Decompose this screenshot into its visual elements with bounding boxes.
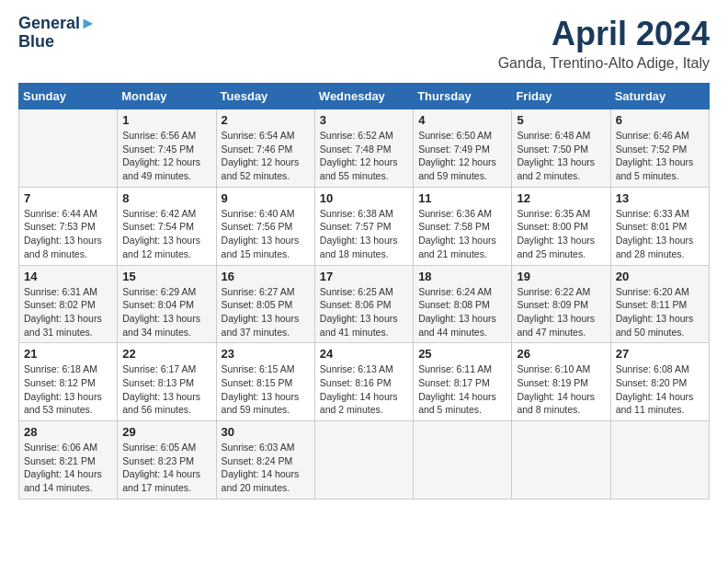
day-info: Sunrise: 6:54 AM Sunset: 7:46 PM Dayligh… bbox=[222, 129, 310, 183]
calendar-day-cell bbox=[314, 421, 413, 500]
day-number: 20 bbox=[616, 270, 704, 283]
calendar-day-cell: 10Sunrise: 6:38 AM Sunset: 7:57 PM Dayli… bbox=[314, 187, 413, 265]
day-number: 11 bbox=[418, 191, 506, 205]
calendar-day-cell: 6Sunrise: 6:46 AM Sunset: 7:52 PM Daylig… bbox=[610, 109, 709, 188]
calendar-day-cell: 2Sunrise: 6:54 AM Sunset: 7:46 PM Daylig… bbox=[216, 109, 314, 188]
calendar-body: 1Sunrise: 6:56 AM Sunset: 7:45 PM Daylig… bbox=[19, 109, 710, 500]
calendar-week-row: 7Sunrise: 6:44 AM Sunset: 7:53 PM Daylig… bbox=[19, 187, 710, 265]
day-number: 26 bbox=[517, 347, 605, 361]
calendar-day-cell: 22Sunrise: 6:17 AM Sunset: 8:13 PM Dayli… bbox=[118, 343, 216, 421]
day-number: 29 bbox=[122, 425, 210, 439]
day-number: 13 bbox=[616, 191, 704, 205]
day-number: 17 bbox=[320, 270, 408, 283]
day-number: 30 bbox=[222, 425, 310, 439]
day-info: Sunrise: 6:36 AM Sunset: 7:58 PM Dayligh… bbox=[418, 207, 506, 261]
day-info: Sunrise: 6:24 AM Sunset: 8:08 PM Dayligh… bbox=[418, 285, 506, 339]
page-header: General►Blue April 2024 Ganda, Trentino-… bbox=[18, 15, 710, 72]
day-number: 19 bbox=[517, 270, 605, 283]
day-number: 28 bbox=[24, 425, 112, 439]
day-info: Sunrise: 6:13 AM Sunset: 8:16 PM Dayligh… bbox=[320, 362, 408, 417]
day-number: 4 bbox=[418, 113, 506, 127]
day-number: 15 bbox=[122, 270, 210, 283]
calendar-day-cell bbox=[414, 421, 512, 500]
day-number: 8 bbox=[122, 191, 210, 205]
calendar-day-cell: 24Sunrise: 6:13 AM Sunset: 8:16 PM Dayli… bbox=[314, 343, 413, 421]
calendar-day-cell: 16Sunrise: 6:27 AM Sunset: 8:05 PM Dayli… bbox=[216, 265, 314, 343]
calendar-day-cell: 27Sunrise: 6:08 AM Sunset: 8:20 PM Dayli… bbox=[610, 343, 709, 421]
day-number: 18 bbox=[418, 270, 506, 283]
calendar-day-cell: 3Sunrise: 6:52 AM Sunset: 7:48 PM Daylig… bbox=[314, 109, 413, 188]
weekday-header-cell: Thursday bbox=[414, 84, 512, 109]
day-number: 9 bbox=[222, 191, 310, 205]
day-info: Sunrise: 6:15 AM Sunset: 8:15 PM Dayligh… bbox=[222, 362, 310, 417]
day-info: Sunrise: 6:33 AM Sunset: 8:01 PM Dayligh… bbox=[616, 207, 704, 261]
calendar-day-cell bbox=[610, 421, 709, 500]
calendar-day-cell: 9Sunrise: 6:40 AM Sunset: 7:56 PM Daylig… bbox=[216, 187, 314, 265]
calendar-day-cell bbox=[19, 109, 118, 188]
day-info: Sunrise: 6:10 AM Sunset: 8:19 PM Dayligh… bbox=[517, 362, 605, 417]
calendar-day-cell: 28Sunrise: 6:06 AM Sunset: 8:21 PM Dayli… bbox=[19, 421, 118, 500]
day-info: Sunrise: 6:38 AM Sunset: 7:57 PM Dayligh… bbox=[320, 207, 408, 261]
day-number: 27 bbox=[616, 347, 704, 361]
calendar-day-cell: 8Sunrise: 6:42 AM Sunset: 7:54 PM Daylig… bbox=[118, 187, 216, 265]
day-info: Sunrise: 6:08 AM Sunset: 8:20 PM Dayligh… bbox=[616, 362, 704, 417]
calendar-day-cell: 7Sunrise: 6:44 AM Sunset: 7:53 PM Daylig… bbox=[19, 187, 118, 265]
day-info: Sunrise: 6:06 AM Sunset: 8:21 PM Dayligh… bbox=[24, 441, 112, 495]
day-info: Sunrise: 6:27 AM Sunset: 8:05 PM Dayligh… bbox=[222, 285, 310, 339]
calendar-day-cell: 17Sunrise: 6:25 AM Sunset: 8:06 PM Dayli… bbox=[314, 265, 413, 343]
day-info: Sunrise: 6:46 AM Sunset: 7:52 PM Dayligh… bbox=[616, 129, 704, 183]
calendar-day-cell: 23Sunrise: 6:15 AM Sunset: 8:15 PM Dayli… bbox=[216, 343, 314, 421]
calendar-day-cell: 18Sunrise: 6:24 AM Sunset: 8:08 PM Dayli… bbox=[414, 265, 512, 343]
day-info: Sunrise: 6:20 AM Sunset: 8:11 PM Dayligh… bbox=[616, 285, 704, 339]
weekday-header-cell: Sunday bbox=[19, 84, 118, 109]
day-number: 16 bbox=[222, 270, 310, 283]
day-info: Sunrise: 6:44 AM Sunset: 7:53 PM Dayligh… bbox=[24, 207, 112, 261]
day-number: 6 bbox=[616, 113, 704, 127]
day-number: 25 bbox=[418, 347, 506, 361]
day-info: Sunrise: 6:52 AM Sunset: 7:48 PM Dayligh… bbox=[320, 129, 408, 183]
title-block: April 2024 Ganda, Trentino-Alto Adige, I… bbox=[498, 15, 710, 72]
weekday-header-cell: Wednesday bbox=[314, 84, 413, 109]
calendar-day-cell: 1Sunrise: 6:56 AM Sunset: 7:45 PM Daylig… bbox=[118, 109, 216, 188]
logo-text: General►Blue bbox=[18, 15, 97, 52]
day-info: Sunrise: 6:42 AM Sunset: 7:54 PM Dayligh… bbox=[122, 207, 210, 261]
calendar-day-cell: 25Sunrise: 6:11 AM Sunset: 8:17 PM Dayli… bbox=[414, 343, 512, 421]
calendar-week-row: 28Sunrise: 6:06 AM Sunset: 8:21 PM Dayli… bbox=[19, 421, 710, 500]
logo: General►Blue bbox=[18, 15, 97, 52]
day-info: Sunrise: 6:03 AM Sunset: 8:24 PM Dayligh… bbox=[222, 441, 310, 495]
day-number: 1 bbox=[122, 113, 210, 127]
day-number: 14 bbox=[24, 270, 112, 283]
weekday-header-cell: Tuesday bbox=[216, 84, 314, 109]
calendar-week-row: 21Sunrise: 6:18 AM Sunset: 8:12 PM Dayli… bbox=[19, 343, 710, 421]
day-number: 12 bbox=[517, 191, 605, 205]
day-number: 22 bbox=[122, 347, 210, 361]
location-title: Ganda, Trentino-Alto Adige, Italy bbox=[498, 55, 710, 72]
day-info: Sunrise: 6:05 AM Sunset: 8:23 PM Dayligh… bbox=[122, 441, 210, 495]
day-number: 5 bbox=[517, 113, 605, 127]
weekday-header-cell: Saturday bbox=[610, 84, 709, 109]
calendar-day-cell: 19Sunrise: 6:22 AM Sunset: 8:09 PM Dayli… bbox=[512, 265, 610, 343]
calendar-day-cell: 13Sunrise: 6:33 AM Sunset: 8:01 PM Dayli… bbox=[610, 187, 709, 265]
calendar-table: SundayMondayTuesdayWednesdayThursdayFrid… bbox=[18, 83, 710, 500]
day-number: 3 bbox=[320, 113, 408, 127]
weekday-header-row: SundayMondayTuesdayWednesdayThursdayFrid… bbox=[19, 84, 710, 109]
calendar-day-cell bbox=[512, 421, 610, 500]
day-info: Sunrise: 6:50 AM Sunset: 7:49 PM Dayligh… bbox=[418, 129, 506, 183]
day-info: Sunrise: 6:48 AM Sunset: 7:50 PM Dayligh… bbox=[517, 129, 605, 183]
day-number: 7 bbox=[24, 191, 112, 205]
day-info: Sunrise: 6:56 AM Sunset: 7:45 PM Dayligh… bbox=[122, 129, 210, 183]
calendar-day-cell: 11Sunrise: 6:36 AM Sunset: 7:58 PM Dayli… bbox=[414, 187, 512, 265]
calendar-day-cell: 20Sunrise: 6:20 AM Sunset: 8:11 PM Dayli… bbox=[610, 265, 709, 343]
day-info: Sunrise: 6:29 AM Sunset: 8:04 PM Dayligh… bbox=[122, 285, 210, 339]
weekday-header-cell: Friday bbox=[512, 84, 610, 109]
calendar-week-row: 1Sunrise: 6:56 AM Sunset: 7:45 PM Daylig… bbox=[19, 109, 710, 188]
day-info: Sunrise: 6:17 AM Sunset: 8:13 PM Dayligh… bbox=[122, 362, 210, 417]
day-number: 21 bbox=[24, 347, 112, 361]
calendar-day-cell: 14Sunrise: 6:31 AM Sunset: 8:02 PM Dayli… bbox=[19, 265, 118, 343]
calendar-day-cell: 4Sunrise: 6:50 AM Sunset: 7:49 PM Daylig… bbox=[414, 109, 512, 188]
calendar-day-cell: 15Sunrise: 6:29 AM Sunset: 8:04 PM Dayli… bbox=[118, 265, 216, 343]
day-info: Sunrise: 6:31 AM Sunset: 8:02 PM Dayligh… bbox=[24, 285, 112, 339]
calendar-day-cell: 29Sunrise: 6:05 AM Sunset: 8:23 PM Dayli… bbox=[118, 421, 216, 500]
calendar-day-cell: 12Sunrise: 6:35 AM Sunset: 8:00 PM Dayli… bbox=[512, 187, 610, 265]
calendar-day-cell: 30Sunrise: 6:03 AM Sunset: 8:24 PM Dayli… bbox=[216, 421, 314, 500]
